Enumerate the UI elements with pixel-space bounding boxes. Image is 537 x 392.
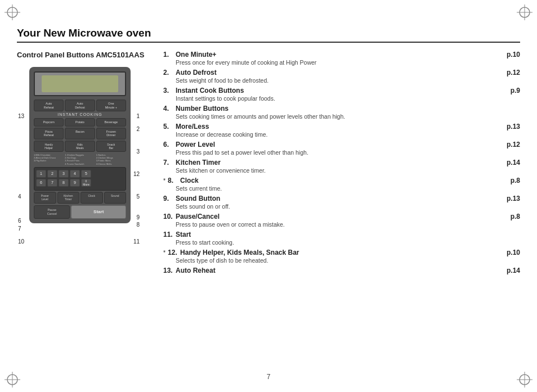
num-2[interactable]: 2 [47,170,57,178]
feature-page-3: p.9 [511,87,520,94]
bacon-button[interactable]: Bacon [65,128,95,139]
feature-num-5: 5. [163,123,176,130]
microwave-body: AutoReheat AutoDefrost OneMinute + INSTA… [29,67,131,223]
number-row-1: 1 2 3 4 5 [36,170,124,178]
feature-desc-10: Press to pause oven or correct a mistake… [176,221,520,228]
callout-2: 2 [136,126,140,132]
feature-desc-6: Press this pad to set a power level othe… [176,149,520,156]
feature-item-12: * 12. Handy Helper, Kids Meals, Snack Ba… [163,249,520,264]
num-0-more[interactable]: 0More [81,179,91,187]
clock-button[interactable]: Clock [80,192,103,204]
popcorn-button[interactable]: Popcorn [34,118,64,127]
microwave-diagram: 13 1 2 3 4 5 6 7 8 9 10 11 12 [17,67,141,223]
top-button-row: AutoReheat AutoDefrost OneMinute + [34,100,126,111]
feature-name-10: Pause/Cancel [176,213,511,220]
feature-header-12: * 12. Handy Helper, Kids Meals, Snack Ba… [163,249,520,256]
callout-12: 12 [133,171,140,177]
reg-mark-br [517,372,532,388]
callout-1: 1 [136,113,140,119]
num-5[interactable]: 5 [81,170,91,178]
pizza-reheat-button[interactable]: PizzaReheat [34,128,64,139]
left-heading: Control Panel Buttons AMC5101AAS [17,51,146,59]
sound-button[interactable]: Sound [104,192,127,204]
pause-cancel-button[interactable]: PauseCancel [34,205,70,219]
feature-desc-11: Press to start cooking. [176,239,520,246]
num-6[interactable]: 6 [36,179,46,187]
func-row: PowerLevel KitchenTimer Clock Sound [34,192,126,204]
feature-name-8: Clock [180,177,511,184]
main-content: Control Panel Buttons AMC5101AAS 13 1 2 … [17,51,520,277]
feature-name-9: Sound Button [176,195,507,202]
feature-header-1: 1. One Minute+ p.10 [163,51,520,58]
feature-num-12: 12. [168,249,180,256]
auto-reheat-button[interactable]: AutoReheat [34,100,64,111]
num-4[interactable]: 4 [70,170,80,178]
page-container: Your New Microwave oven Control Panel Bu… [0,0,537,392]
feature-header-6: 6. Power Level p.12 [163,141,520,148]
feature-num-1: 1. [163,51,176,58]
feature-page-6: p.12 [507,141,520,148]
auto-defrost-button[interactable]: AutoDefrost [65,100,95,111]
display-screen [34,71,126,96]
feature-num-13: 13. [163,267,176,274]
feature-item-9: 9. Sound Button p.13 Sets sound on or of… [163,195,520,210]
microwave-body-outer: AutoReheat AutoDefrost OneMinute + INSTA… [29,67,131,223]
asterisk-12: * [163,249,165,256]
feature-page-8: p.8 [511,177,520,184]
feature-desc-1: Press once for every minute of cooking a… [176,59,520,66]
num-9[interactable]: 9 [70,179,80,187]
feature-name-12: Handy Helper, Kids Meals, Snack Bar [180,249,507,256]
feature-header-3: 3. Instant Cook Buttons p.9 [163,87,520,94]
feature-name-7: Kitchen Timer [176,159,507,166]
start-button[interactable]: Start [71,205,126,219]
feature-item-13: 13. Auto Reheat p.14 [163,267,520,274]
feature-header-4: 4. Number Buttons [163,105,520,112]
feature-header-5: 5. More/Less p.13 [163,123,520,130]
sub-labels-row: 1.Milk Chocolate2.Almond Dark Choco3.Pkg… [34,154,126,165]
feature-header-13: 13. Auto Reheat p.14 [163,267,520,274]
feature-desc-2: Sets weight of food to be defrosted. [176,77,520,84]
kitchen-timer-button[interactable]: KitchenTimer [57,192,80,204]
power-level-button[interactable]: PowerLevel [34,192,56,204]
num-3[interactable]: 3 [59,170,69,178]
pause-start-row: PauseCancel Start [34,205,126,219]
frozen-dinner-button[interactable]: FrozenDinner [96,128,126,139]
num-7[interactable]: 7 [47,179,57,187]
feature-num-3: 3. [163,87,176,94]
callout-7: 7 [18,226,21,232]
left-panel: Control Panel Buttons AMC5101AAS 13 1 2 … [17,51,146,277]
callout-6: 6 [18,218,21,224]
feature-desc-5: Increase or decrease cooking time. [176,131,520,138]
potato-button[interactable]: Potato [65,118,95,127]
instant-row-1: Popcorn Potato Beverage [34,118,126,127]
feature-desc-12: Selects type of dish to be reheated. [176,257,520,264]
feature-num-4: 4. [163,105,176,112]
feature-num-8: 8. [168,177,180,184]
num-1[interactable]: 1 [36,170,46,178]
display-inner [42,75,118,92]
feature-name-13: Auto Reheat [176,267,507,274]
number-pad: 1 2 3 4 5 6 7 8 9 0More [34,167,126,191]
feature-item-8: * 8. Clock p.8 Sets current time. [163,177,520,192]
handy-helper-button[interactable]: HandyHelper [34,141,64,152]
kids-meals-button[interactable]: KidsMeals [65,141,95,152]
feature-page-5: p.13 [507,123,520,130]
one-minute-button[interactable]: OneMinute + [96,100,126,111]
callout-4: 4 [18,193,21,200]
feature-item-11: 11. Start Press to start cooking. [163,231,520,246]
feature-page-12: p.10 [507,249,520,256]
feature-desc-4: Sets cooking times or amounts and power … [176,113,520,120]
reg-mark-tr [517,4,532,20]
beverage-button[interactable]: Beverage [96,118,126,127]
num-8[interactable]: 8 [59,179,69,187]
feature-num-2: 2. [163,69,176,76]
snack-bar-button[interactable]: SnackBar [96,141,126,152]
page-number: 7 [267,373,271,381]
callout-9: 9 [136,214,140,220]
feature-name-1: One Minute+ [176,51,507,58]
feature-item-1: 1. One Minute+ p.10 Press once for every… [163,51,520,66]
feature-page-2: p.12 [507,69,520,76]
feature-header-9: 9. Sound Button p.13 [163,195,520,202]
reg-mark-tl [5,4,20,20]
feature-page-7: p.14 [507,159,520,166]
